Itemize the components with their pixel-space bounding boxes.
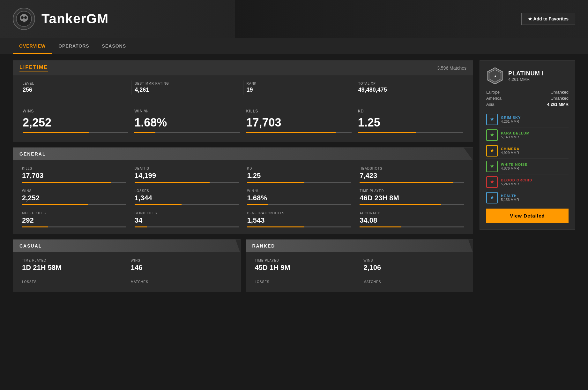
tab-overview[interactable]: OVERVIEW <box>13 38 52 54</box>
big-stat-winpct-value: 1.68% <box>134 116 240 129</box>
season-chimera: ★ CHIMERA 4,929 MMR <box>486 143 569 159</box>
rank-regions: Europe Unranked America Unranked Asia 4,… <box>486 90 569 107</box>
casual-section: CASUAL TIME PLAYED 1D 21H 58M WINS 146 L… <box>13 239 241 292</box>
big-stat-wins: WINS 2,252 <box>19 106 131 135</box>
player-name: TankerGM <box>41 11 108 27</box>
stat-level-label: LEVEL <box>23 82 128 85</box>
season-para-bellum-badge: ★ <box>486 129 498 141</box>
big-stat-wins-value: 2,252 <box>23 116 128 129</box>
stat-best-mmr: BEST MMR RATING 4,261 <box>131 80 243 95</box>
ranked-matches-label: MATCHES <box>363 280 464 284</box>
season-white-noise-mmr: 4,876 MMR <box>501 166 569 170</box>
big-stat-kd: KD 1.25 <box>355 106 466 135</box>
season-para-bellum-mmr: 5,149 MMR <box>501 135 569 139</box>
gen-kills-value: 17,703 <box>22 172 126 180</box>
add-to-favorites-button[interactable]: ★ Add to Favorites <box>521 13 575 25</box>
gen-kills-label: KILLS <box>22 167 126 170</box>
gen-headshots-value: 7,423 <box>360 172 464 180</box>
svg-text:★: ★ <box>490 132 494 137</box>
stat-rank: RANK 19 <box>243 80 355 95</box>
gen-melee: MELEE KILLS 292 <box>19 211 129 227</box>
region-america-value: Unranked <box>528 96 569 101</box>
season-health-mmr: 5,156 MMR <box>501 198 569 202</box>
gen-losses-value: 1,344 <box>135 194 239 202</box>
svg-text:★: ★ <box>490 117 494 122</box>
ranked-timeplayed: TIME PLAYED 45D 1H 9M <box>252 259 358 274</box>
gen-deaths-value: 14,199 <box>135 172 239 180</box>
svg-text:★: ★ <box>490 179 494 184</box>
ranked-losses-label: LOSSES <box>255 280 355 284</box>
rank-header: ★ PLATINUM I 4,261 MMR <box>486 67 569 85</box>
svg-point-3 <box>24 16 27 19</box>
svg-rect-7 <box>25 21 26 22</box>
gen-penetration-label: PENETRATION KILLS <box>247 211 352 215</box>
gen-deaths-label: DEATHS <box>135 167 239 170</box>
region-europe-label: Europe <box>486 90 527 95</box>
left-panel: LIFETIME 3,596 Matches LEVEL 256 BEST MM… <box>13 60 473 297</box>
season-blood-orchid-mmr: 5,248 MMR <box>501 182 569 186</box>
gen-wins: WINS 2,252 <box>19 189 129 205</box>
gen-kd-label: KD <box>247 167 352 170</box>
header-banner: TankerGM ★ Add to Favorites <box>0 0 588 38</box>
gen-blind: BLIND KILLS 34 <box>132 211 242 227</box>
casual-timeplayed-value: 1D 21H 58M <box>22 264 123 272</box>
casual-grid: TIME PLAYED 1D 21H 58M WINS 146 LOSSES M… <box>13 252 240 292</box>
tab-operators[interactable]: OPERATORS <box>52 38 95 54</box>
tab-seasons[interactable]: SEASONS <box>96 38 132 54</box>
gen-winpct-label: WIN % <box>247 189 352 193</box>
view-detailed-button[interactable]: View Detailed <box>486 209 569 223</box>
rank-name: PLATINUM I <box>508 70 544 77</box>
right-panel: ★ PLATINUM I 4,261 MMR Europe Unranked A… <box>480 60 575 297</box>
big-stat-kills: KILLS 17,703 <box>243 106 355 135</box>
gen-headshots-label: HEADSHOTS <box>360 167 464 170</box>
nav-tabs: OVERVIEW OPERATORS SEASONS <box>0 38 588 54</box>
season-para-bellum-name: PARA BELLUM <box>501 131 569 135</box>
season-grim-sky-badge: ★ <box>486 114 498 125</box>
ranked-section: RANKED TIME PLAYED 45D 1H 9M WINS 2,106 … <box>246 239 473 292</box>
ranked-wins-value: 2,106 <box>363 264 464 272</box>
gen-headshots: HEADSHOTS 7,423 <box>357 167 466 183</box>
stat-total-xp-label: TOTAL XP <box>358 82 463 85</box>
svg-text:★: ★ <box>490 195 494 200</box>
matches-count: 3,596 Matches <box>437 65 466 71</box>
stat-best-mmr-label: BEST MMR RATING <box>135 82 240 85</box>
main-content: LIFETIME 3,596 Matches LEVEL 256 BEST MM… <box>0 54 588 304</box>
svg-rect-6 <box>24 21 24 22</box>
gen-kd-bar <box>247 182 352 183</box>
casual-matches-label: MATCHES <box>131 280 231 284</box>
stat-total-xp: TOTAL XP 49,480,475 <box>355 80 466 95</box>
svg-point-2 <box>21 16 24 19</box>
season-blood-orchid-badge: ★ <box>486 176 498 188</box>
gen-accuracy: ACCURACY 34.08 <box>357 211 466 227</box>
gen-timeplayed-bar <box>360 204 464 205</box>
season-para-bellum: ★ PARA BELLUM 5,149 MMR <box>486 127 569 143</box>
gen-kills-bar <box>22 182 126 183</box>
rank-badge-platinum: ★ <box>486 67 504 85</box>
big-stat-wins-bar <box>23 132 128 133</box>
season-grim-sky-info: GRIM SKY 4,261 MMR <box>501 116 569 123</box>
stat-rank-label: RANK <box>247 82 352 85</box>
gen-losses-bar <box>135 204 239 205</box>
ranked-timeplayed-value: 45D 1H 9M <box>255 264 355 272</box>
region-america-label: America <box>486 96 527 101</box>
season-blood-orchid-info: BLOOD ORCHID 5,248 MMR <box>501 178 569 186</box>
season-white-noise-name: WHITE NOISE <box>501 163 569 166</box>
gen-melee-bar <box>22 226 126 227</box>
gen-wins-value: 2,252 <box>22 194 126 202</box>
ranked-wins-label: WINS <box>363 259 464 262</box>
casual-wins: WINS 146 <box>128 259 234 274</box>
season-chimera-name: CHIMERA <box>501 147 569 151</box>
gen-deaths: DEATHS 14,199 <box>132 167 242 183</box>
bottom-sections: CASUAL TIME PLAYED 1D 21H 58M WINS 146 L… <box>13 239 473 292</box>
gen-timeplayed-value: 46D 23H 8M <box>360 194 464 202</box>
casual-matches: MATCHES <box>128 280 234 286</box>
gen-winpct-bar <box>247 204 352 205</box>
lifetime-big-stats: WINS 2,252 WIN % 1.68% KILLS 17,703 <box>13 100 473 142</box>
big-stat-winpct: WIN % 1.68% <box>131 106 243 135</box>
gen-winpct: WIN % 1.68% <box>245 189 354 205</box>
ranked-matches: MATCHES <box>361 280 466 286</box>
stat-level-value: 256 <box>23 87 128 93</box>
ranked-timeplayed-label: TIME PLAYED <box>255 259 355 262</box>
season-blood-orchid-name: BLOOD ORCHID <box>501 178 569 182</box>
big-stat-kills-label: KILLS <box>246 109 352 113</box>
